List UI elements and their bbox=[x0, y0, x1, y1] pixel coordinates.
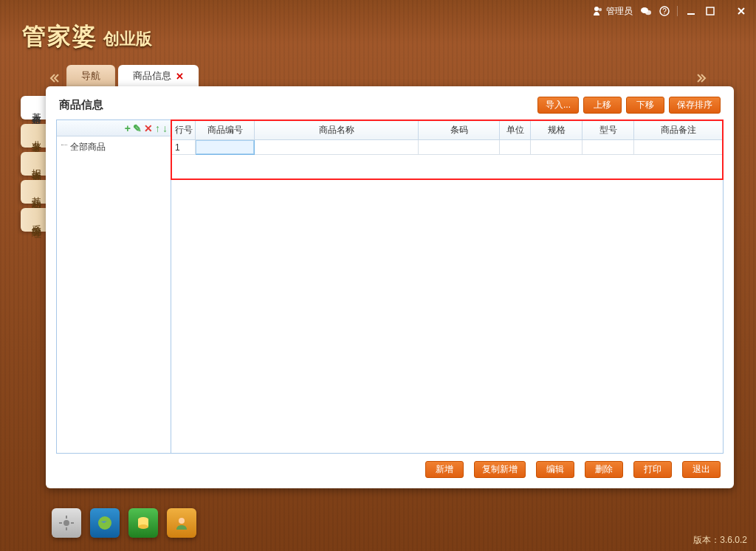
tree-panel: + ✎ ✕ ↑ ↓ 全部商品 bbox=[56, 119, 171, 454]
tree-down-icon[interactable]: ↓ bbox=[162, 122, 168, 134]
svg-rect-7 bbox=[707, 7, 714, 15]
separator bbox=[677, 6, 678, 16]
maximize-icon bbox=[706, 7, 715, 15]
tree-edit-icon[interactable]: ✎ bbox=[133, 122, 142, 134]
tree-add-icon[interactable]: + bbox=[125, 122, 131, 134]
svg-point-8 bbox=[63, 520, 69, 526]
content-header: 商品信息 导入... 上移 下移 保存排序 bbox=[56, 97, 724, 119]
svg-point-16 bbox=[138, 524, 148, 529]
cell-spec[interactable] bbox=[531, 140, 583, 155]
tree-body: 全部商品 bbox=[57, 136, 171, 453]
col-barcode[interactable]: 条码 bbox=[419, 121, 500, 140]
cell-row-num: 1 bbox=[172, 140, 196, 155]
tree-delete-icon[interactable]: ✕ bbox=[144, 122, 153, 134]
dock-settings[interactable] bbox=[52, 508, 81, 538]
chevrons-right-icon bbox=[696, 73, 707, 83]
print-button[interactable]: 打印 bbox=[633, 461, 672, 478]
col-unit[interactable]: 单位 bbox=[500, 121, 531, 140]
close-icon bbox=[737, 7, 746, 15]
edit-button[interactable]: 编辑 bbox=[536, 461, 574, 478]
svg-rect-10 bbox=[66, 527, 67, 530]
maximize-button[interactable] bbox=[704, 6, 716, 16]
move-down-button[interactable]: 下移 bbox=[626, 97, 664, 114]
chevrons-left-icon bbox=[49, 73, 60, 83]
tabstrip: 导航 商品信息 ✕ bbox=[46, 65, 710, 87]
tab-scroll-right[interactable] bbox=[693, 69, 710, 87]
dock-globe[interactable] bbox=[90, 508, 120, 538]
svg-point-1 bbox=[599, 8, 602, 11]
sidenav-business-entry[interactable]: 业务录入 bbox=[21, 124, 46, 148]
copy-add-button[interactable]: 复制新增 bbox=[474, 461, 526, 478]
page-title: 商品信息 bbox=[59, 98, 103, 112]
col-remark[interactable]: 商品备注 bbox=[634, 121, 723, 140]
dock bbox=[52, 508, 196, 538]
content-body: + ✎ ✕ ↑ ↓ 全部商品 行号 商品编号 bbox=[56, 119, 724, 454]
minimize-icon bbox=[687, 7, 695, 15]
tab-close-icon[interactable]: ✕ bbox=[176, 71, 184, 82]
delete-button[interactable]: 删除 bbox=[585, 461, 623, 478]
svg-rect-12 bbox=[71, 522, 74, 524]
col-spec[interactable]: 规格 bbox=[531, 121, 583, 140]
col-product-name[interactable]: 商品名称 bbox=[255, 121, 419, 140]
wechat-icon bbox=[640, 6, 652, 16]
close-button[interactable] bbox=[735, 6, 747, 16]
tree-root-node[interactable]: 全部商品 bbox=[60, 139, 168, 155]
cell-barcode[interactable] bbox=[419, 140, 500, 155]
sidenav-other-functions[interactable]: 其它功能 bbox=[21, 180, 46, 204]
svg-rect-6 bbox=[687, 13, 695, 15]
tab-scroll-left[interactable] bbox=[46, 69, 63, 87]
cell-unit[interactable] bbox=[500, 140, 531, 155]
user-label: 管理员 bbox=[606, 5, 633, 18]
minimize-button[interactable] bbox=[685, 6, 697, 16]
exit-button[interactable]: 退出 bbox=[682, 461, 721, 478]
cell-product-code[interactable] bbox=[196, 140, 255, 155]
col-row-num[interactable]: 行号 bbox=[172, 121, 196, 140]
col-model[interactable]: 型号 bbox=[583, 121, 634, 140]
col-product-code[interactable]: 商品编号 bbox=[196, 121, 255, 140]
footer-actions: 新增 复制新增 编辑 删除 打印 退出 bbox=[56, 454, 724, 478]
table-row[interactable]: 1 bbox=[172, 140, 723, 155]
svg-point-13 bbox=[98, 516, 111, 530]
svg-point-0 bbox=[594, 7, 599, 11]
help-button[interactable]: ? bbox=[659, 6, 670, 16]
cell-product-name[interactable] bbox=[255, 140, 419, 155]
tree-toolbar: + ✎ ✕ ↑ ↓ bbox=[57, 120, 171, 136]
globe-icon bbox=[96, 514, 114, 532]
cell-remark[interactable] bbox=[634, 140, 723, 155]
svg-rect-9 bbox=[66, 516, 67, 519]
sidenav-basic-data[interactable]: 基本资料 bbox=[21, 96, 46, 119]
user-icon bbox=[593, 6, 603, 16]
database-icon bbox=[134, 514, 152, 532]
product-table: 行号 商品编号 商品名称 条码 单位 规格 型号 商品备注 1 bbox=[171, 120, 723, 155]
sidenav-report-query[interactable]: 报表查询 bbox=[21, 152, 46, 176]
sidenav: 基本资料 业务录入 报表查询 其它功能 系统管理 bbox=[21, 96, 46, 232]
titlebar: 管理员 ? bbox=[0, 0, 756, 22]
tab-label: 商品信息 bbox=[133, 69, 171, 83]
person-icon bbox=[173, 514, 190, 532]
dock-database[interactable] bbox=[128, 508, 158, 538]
sidenav-system-manage[interactable]: 系统管理 bbox=[21, 208, 46, 232]
dock-user[interactable] bbox=[167, 508, 196, 538]
user-menu[interactable]: 管理员 bbox=[593, 5, 633, 18]
logo-main: 管家婆 bbox=[22, 21, 97, 53]
main-panel: 商品信息 导入... 上移 下移 保存排序 + ✎ ✕ ↑ ↓ 全部商品 bbox=[46, 86, 734, 488]
version-label: 版本：3.6.0.2 bbox=[693, 534, 747, 547]
svg-point-3 bbox=[645, 10, 651, 15]
help-icon: ? bbox=[659, 6, 670, 16]
move-up-button[interactable]: 上移 bbox=[583, 97, 622, 114]
tab-label: 导航 bbox=[81, 69, 100, 83]
tree-up-icon[interactable]: ↑ bbox=[155, 122, 160, 134]
svg-point-17 bbox=[179, 518, 185, 524]
import-button[interactable]: 导入... bbox=[537, 97, 579, 114]
cell-model[interactable] bbox=[583, 140, 634, 155]
tab-navigation[interactable]: 导航 bbox=[66, 65, 115, 87]
logo: 管家婆 创业版 bbox=[22, 21, 152, 53]
svg-text:?: ? bbox=[662, 7, 667, 15]
svg-rect-11 bbox=[59, 522, 62, 524]
add-button[interactable]: 新增 bbox=[425, 461, 464, 478]
gear-icon bbox=[58, 514, 75, 532]
wechat-button[interactable] bbox=[640, 6, 652, 16]
save-order-button[interactable]: 保存排序 bbox=[669, 97, 721, 114]
tab-product-info[interactable]: 商品信息 ✕ bbox=[118, 65, 199, 87]
table-header-row: 行号 商品编号 商品名称 条码 单位 规格 型号 商品备注 bbox=[172, 121, 723, 140]
